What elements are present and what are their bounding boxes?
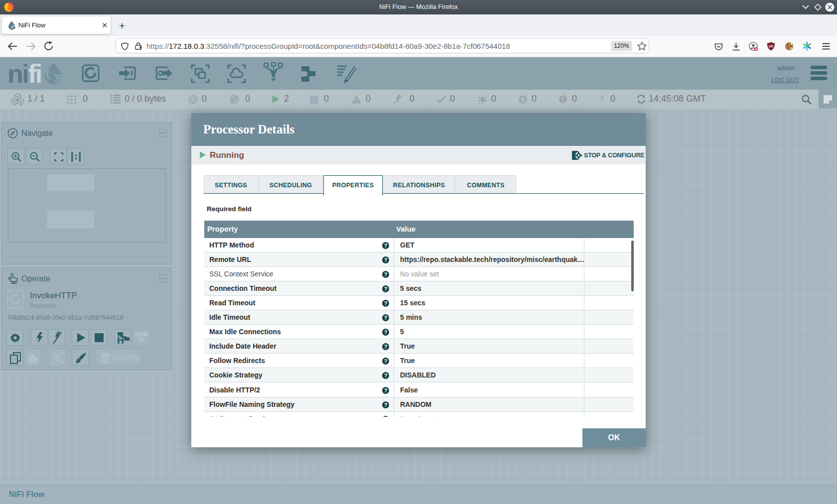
svg-text:uO: uO — [769, 44, 773, 48]
